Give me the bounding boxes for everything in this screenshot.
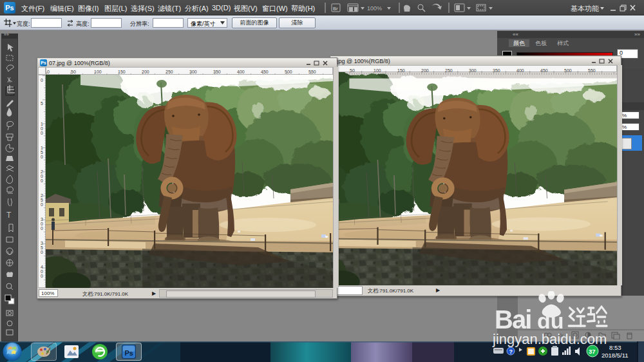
svg-text:450: 450	[261, 70, 269, 74]
svg-text:100%: 100%	[367, 5, 382, 12]
svg-text:3: 3	[41, 241, 43, 245]
svg-text:100: 100	[94, 70, 102, 74]
svg-text:5: 5	[41, 101, 43, 106]
svg-text:550: 550	[308, 70, 316, 74]
svg-text:400: 400	[237, 70, 245, 74]
svg-text:0: 0	[41, 126, 43, 131]
svg-text:0: 0	[41, 250, 43, 254]
svg-text:0: 0	[41, 155, 43, 159]
svg-text:Ps: Ps	[125, 349, 133, 357]
svg-text:8:53: 8:53	[609, 344, 621, 351]
svg-text:0: 0	[41, 274, 43, 278]
svg-text:300: 300	[189, 70, 197, 74]
svg-text:0: 0	[41, 269, 43, 274]
svg-text:Br: Br	[333, 6, 338, 11]
svg-text:500: 500	[285, 70, 292, 74]
svg-text:5: 5	[41, 245, 43, 250]
svg-text:50: 50	[71, 70, 76, 74]
svg-text:T: T	[6, 211, 12, 220]
svg-text:37: 37	[589, 348, 596, 355]
svg-text:2: 2	[41, 193, 43, 198]
svg-text:0: 0	[41, 226, 43, 231]
svg-text:3: 3	[41, 217, 43, 222]
svg-text:5: 5	[41, 150, 43, 155]
svg-text:0: 0	[41, 131, 43, 135]
svg-text:4: 4	[41, 265, 43, 269]
svg-text:0: 0	[41, 78, 43, 82]
svg-text:350: 350	[213, 70, 221, 74]
svg-text:Bai: Bai	[495, 305, 531, 334]
svg-text:0: 0	[41, 222, 43, 226]
svg-text:0: 0	[47, 70, 50, 74]
svg-text:5: 5	[41, 198, 43, 202]
svg-text:0: 0	[41, 178, 43, 183]
svg-text:2018/5/11: 2018/5/11	[601, 352, 629, 359]
svg-text:0: 0	[41, 202, 43, 207]
svg-text:0: 0	[41, 174, 43, 178]
svg-text:?: ?	[509, 348, 513, 355]
